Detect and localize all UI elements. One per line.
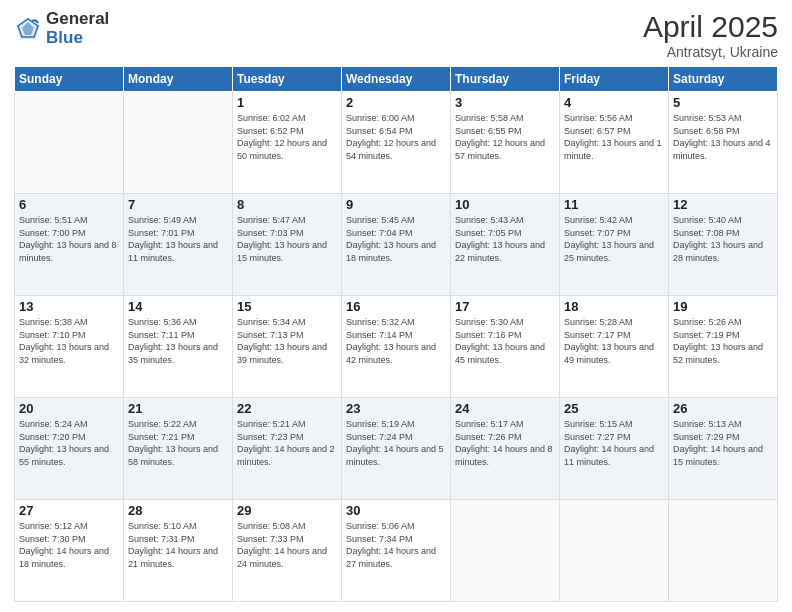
calendar-cell: 22Sunrise: 5:21 AM Sunset: 7:23 PM Dayli…	[233, 398, 342, 500]
day-info: Sunrise: 5:58 AM Sunset: 6:55 PM Dayligh…	[455, 112, 555, 162]
calendar-cell: 2Sunrise: 6:00 AM Sunset: 6:54 PM Daylig…	[342, 92, 451, 194]
day-number: 8	[237, 197, 337, 212]
day-info: Sunrise: 5:22 AM Sunset: 7:21 PM Dayligh…	[128, 418, 228, 468]
calendar-cell: 12Sunrise: 5:40 AM Sunset: 7:08 PM Dayli…	[669, 194, 778, 296]
day-info: Sunrise: 5:38 AM Sunset: 7:10 PM Dayligh…	[19, 316, 119, 366]
day-info: Sunrise: 5:45 AM Sunset: 7:04 PM Dayligh…	[346, 214, 446, 264]
calendar-cell: 27Sunrise: 5:12 AM Sunset: 7:30 PM Dayli…	[15, 500, 124, 602]
day-number: 16	[346, 299, 446, 314]
day-number: 2	[346, 95, 446, 110]
day-number: 22	[237, 401, 337, 416]
day-info: Sunrise: 5:42 AM Sunset: 7:07 PM Dayligh…	[564, 214, 664, 264]
logo-blue: Blue	[46, 29, 109, 48]
calendar-cell: 23Sunrise: 5:19 AM Sunset: 7:24 PM Dayli…	[342, 398, 451, 500]
calendar-cell: 30Sunrise: 5:06 AM Sunset: 7:34 PM Dayli…	[342, 500, 451, 602]
day-number: 11	[564, 197, 664, 212]
day-info: Sunrise: 5:28 AM Sunset: 7:17 PM Dayligh…	[564, 316, 664, 366]
title-block: April 2025 Antratsyt, Ukraine	[643, 10, 778, 60]
day-info: Sunrise: 5:47 AM Sunset: 7:03 PM Dayligh…	[237, 214, 337, 264]
calendar-header-friday: Friday	[560, 67, 669, 92]
header: General Blue April 2025 Antratsyt, Ukrai…	[14, 10, 778, 60]
calendar-cell: 24Sunrise: 5:17 AM Sunset: 7:26 PM Dayli…	[451, 398, 560, 500]
day-info: Sunrise: 5:40 AM Sunset: 7:08 PM Dayligh…	[673, 214, 773, 264]
calendar-cell	[560, 500, 669, 602]
day-info: Sunrise: 5:06 AM Sunset: 7:34 PM Dayligh…	[346, 520, 446, 570]
day-number: 19	[673, 299, 773, 314]
day-number: 21	[128, 401, 228, 416]
calendar-cell	[669, 500, 778, 602]
day-number: 12	[673, 197, 773, 212]
day-info: Sunrise: 5:21 AM Sunset: 7:23 PM Dayligh…	[237, 418, 337, 468]
day-info: Sunrise: 5:17 AM Sunset: 7:26 PM Dayligh…	[455, 418, 555, 468]
calendar-cell: 10Sunrise: 5:43 AM Sunset: 7:05 PM Dayli…	[451, 194, 560, 296]
day-number: 23	[346, 401, 446, 416]
calendar-table: SundayMondayTuesdayWednesdayThursdayFrid…	[14, 66, 778, 602]
day-info: Sunrise: 5:53 AM Sunset: 6:58 PM Dayligh…	[673, 112, 773, 162]
calendar-cell: 8Sunrise: 5:47 AM Sunset: 7:03 PM Daylig…	[233, 194, 342, 296]
calendar-week-row: 1Sunrise: 6:02 AM Sunset: 6:52 PM Daylig…	[15, 92, 778, 194]
day-number: 29	[237, 503, 337, 518]
calendar-week-row: 27Sunrise: 5:12 AM Sunset: 7:30 PM Dayli…	[15, 500, 778, 602]
day-info: Sunrise: 5:32 AM Sunset: 7:14 PM Dayligh…	[346, 316, 446, 366]
calendar-header-sunday: Sunday	[15, 67, 124, 92]
logo-icon	[14, 15, 42, 43]
day-number: 3	[455, 95, 555, 110]
calendar-header-thursday: Thursday	[451, 67, 560, 92]
calendar-cell: 3Sunrise: 5:58 AM Sunset: 6:55 PM Daylig…	[451, 92, 560, 194]
day-info: Sunrise: 5:10 AM Sunset: 7:31 PM Dayligh…	[128, 520, 228, 570]
day-info: Sunrise: 5:24 AM Sunset: 7:20 PM Dayligh…	[19, 418, 119, 468]
calendar-cell	[451, 500, 560, 602]
day-number: 1	[237, 95, 337, 110]
calendar-cell: 25Sunrise: 5:15 AM Sunset: 7:27 PM Dayli…	[560, 398, 669, 500]
day-number: 28	[128, 503, 228, 518]
calendar-cell: 1Sunrise: 6:02 AM Sunset: 6:52 PM Daylig…	[233, 92, 342, 194]
title-month: April 2025	[643, 10, 778, 44]
calendar-cell: 21Sunrise: 5:22 AM Sunset: 7:21 PM Dayli…	[124, 398, 233, 500]
day-number: 10	[455, 197, 555, 212]
logo-text: General Blue	[46, 10, 109, 47]
day-info: Sunrise: 5:13 AM Sunset: 7:29 PM Dayligh…	[673, 418, 773, 468]
day-number: 27	[19, 503, 119, 518]
day-info: Sunrise: 6:00 AM Sunset: 6:54 PM Dayligh…	[346, 112, 446, 162]
calendar-cell: 19Sunrise: 5:26 AM Sunset: 7:19 PM Dayli…	[669, 296, 778, 398]
calendar-cell: 11Sunrise: 5:42 AM Sunset: 7:07 PM Dayli…	[560, 194, 669, 296]
day-number: 26	[673, 401, 773, 416]
calendar-week-row: 20Sunrise: 5:24 AM Sunset: 7:20 PM Dayli…	[15, 398, 778, 500]
day-number: 9	[346, 197, 446, 212]
calendar-cell: 6Sunrise: 5:51 AM Sunset: 7:00 PM Daylig…	[15, 194, 124, 296]
day-info: Sunrise: 5:36 AM Sunset: 7:11 PM Dayligh…	[128, 316, 228, 366]
calendar-header-wednesday: Wednesday	[342, 67, 451, 92]
calendar-cell: 13Sunrise: 5:38 AM Sunset: 7:10 PM Dayli…	[15, 296, 124, 398]
calendar-cell: 4Sunrise: 5:56 AM Sunset: 6:57 PM Daylig…	[560, 92, 669, 194]
day-info: Sunrise: 6:02 AM Sunset: 6:52 PM Dayligh…	[237, 112, 337, 162]
day-number: 18	[564, 299, 664, 314]
calendar-header-monday: Monday	[124, 67, 233, 92]
day-number: 4	[564, 95, 664, 110]
day-number: 20	[19, 401, 119, 416]
day-info: Sunrise: 5:19 AM Sunset: 7:24 PM Dayligh…	[346, 418, 446, 468]
day-number: 13	[19, 299, 119, 314]
day-number: 17	[455, 299, 555, 314]
day-number: 15	[237, 299, 337, 314]
day-info: Sunrise: 5:49 AM Sunset: 7:01 PM Dayligh…	[128, 214, 228, 264]
day-number: 14	[128, 299, 228, 314]
calendar-cell: 15Sunrise: 5:34 AM Sunset: 7:13 PM Dayli…	[233, 296, 342, 398]
day-info: Sunrise: 5:56 AM Sunset: 6:57 PM Dayligh…	[564, 112, 664, 162]
day-info: Sunrise: 5:43 AM Sunset: 7:05 PM Dayligh…	[455, 214, 555, 264]
calendar-cell: 5Sunrise: 5:53 AM Sunset: 6:58 PM Daylig…	[669, 92, 778, 194]
day-number: 30	[346, 503, 446, 518]
day-info: Sunrise: 5:12 AM Sunset: 7:30 PM Dayligh…	[19, 520, 119, 570]
calendar-header-row: SundayMondayTuesdayWednesdayThursdayFrid…	[15, 67, 778, 92]
day-number: 7	[128, 197, 228, 212]
day-number: 24	[455, 401, 555, 416]
calendar-cell: 7Sunrise: 5:49 AM Sunset: 7:01 PM Daylig…	[124, 194, 233, 296]
logo: General Blue	[14, 10, 109, 47]
calendar-week-row: 13Sunrise: 5:38 AM Sunset: 7:10 PM Dayli…	[15, 296, 778, 398]
calendar-week-row: 6Sunrise: 5:51 AM Sunset: 7:00 PM Daylig…	[15, 194, 778, 296]
calendar-cell: 29Sunrise: 5:08 AM Sunset: 7:33 PM Dayli…	[233, 500, 342, 602]
day-info: Sunrise: 5:15 AM Sunset: 7:27 PM Dayligh…	[564, 418, 664, 468]
calendar-cell: 26Sunrise: 5:13 AM Sunset: 7:29 PM Dayli…	[669, 398, 778, 500]
day-number: 5	[673, 95, 773, 110]
title-location: Antratsyt, Ukraine	[643, 44, 778, 60]
calendar-cell: 18Sunrise: 5:28 AM Sunset: 7:17 PM Dayli…	[560, 296, 669, 398]
